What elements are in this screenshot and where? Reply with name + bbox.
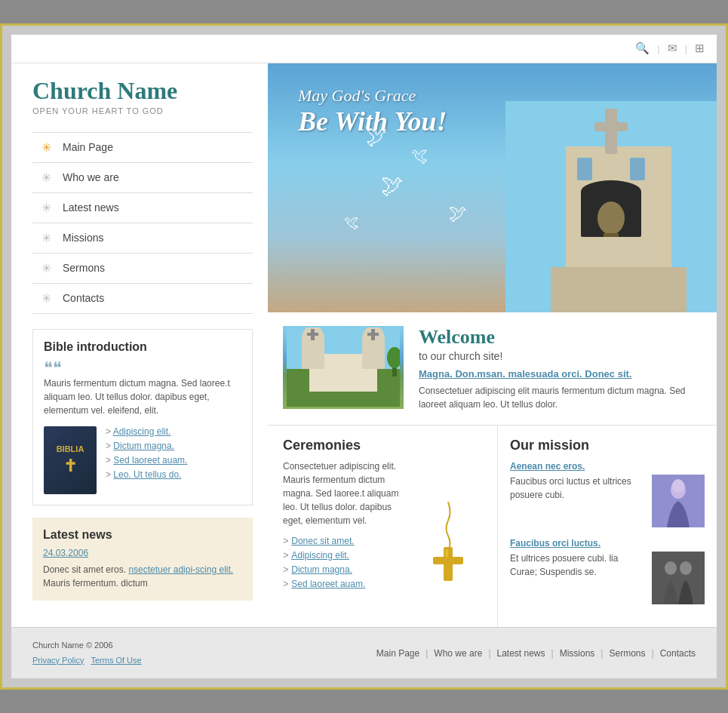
mission-link-2[interactable]: Faucibus orci luctus. — [510, 538, 705, 549]
hero-banner: May God's Grace Be With You! 🕊 🕊 🕊 🕊 🕊 — [268, 63, 717, 312]
svg-rect-8 — [551, 267, 687, 312]
nav-label-who-we-are: Who we are — [63, 171, 119, 183]
nav-label-missions: Missions — [63, 232, 103, 244]
welcome-body: Consectetuer adipiscing elit mauris ferm… — [419, 384, 702, 411]
svg-point-31 — [665, 561, 677, 575]
nav-star-icon-6: ✳ — [38, 291, 54, 306]
svg-rect-26 — [445, 549, 448, 557]
nav-star-icon-4: ✳ — [38, 231, 54, 245]
nav-star-icon-2: ✳ — [38, 171, 54, 185]
footer-nav-missions[interactable]: Missions — [560, 648, 595, 659]
latest-news-title: Latest news — [43, 528, 242, 542]
nav-star-icon-3: ✳ — [38, 201, 54, 215]
footer-nav-main-page[interactable]: Main Page — [376, 648, 419, 659]
content-area: May God's Grace Be With You! 🕊 🕊 🕊 🕊 🕊 — [268, 63, 717, 627]
footer-copyright: Church Name © 2006 — [32, 638, 142, 653]
privacy-policy-link[interactable]: Privacy Policy — [32, 656, 84, 665]
terms-of-use-link[interactable]: Terms Of Use — [91, 656, 141, 665]
bible-book-image: BIBLIA ✝ — [44, 426, 97, 494]
bible-link-1[interactable]: Adipiscing elit. — [106, 426, 187, 437]
sidebar: Church Name OPEN YOUR HEART TO GOD ✳ Mai… — [11, 63, 268, 627]
mission-text-1: Faucibus orci luctus et ultrices posuere… — [510, 475, 644, 527]
bible-cross-icon: ✝ — [63, 456, 77, 476]
nav-item-contacts[interactable]: ✳ Contacts — [32, 284, 253, 314]
nav-label-main-page: Main Page — [63, 141, 113, 153]
svg-point-3 — [581, 180, 641, 203]
footer-nav-latest-news[interactable]: Latest news — [497, 648, 545, 659]
mission-item-2-inner: Et ultrices posuere cubi. lia Curae; Sus… — [510, 552, 705, 604]
bible-links-list: Adipiscing elit. Dictum magna. Sed laore… — [106, 426, 187, 484]
top-bar: 🔍 | ✉ | ⊞ — [11, 35, 717, 63]
svg-rect-5 — [594, 122, 628, 131]
svg-rect-7 — [604, 233, 619, 237]
nav-menu: ✳ Main Page ✳ Who we are ✳ Latest news ✳… — [32, 132, 253, 314]
mission-thumb-1 — [652, 475, 705, 527]
nav-item-latest-news[interactable]: ✳ Latest news — [32, 193, 253, 223]
bible-intro-text: Mauris fermentum dictum magna. Sed laore… — [44, 376, 241, 417]
dove-icon-1: 🕊 — [366, 124, 387, 149]
search-icon[interactable]: 🔍 — [635, 41, 650, 55]
footer-sep-3: | — [551, 648, 554, 659]
mail-icon[interactable]: ✉ — [668, 41, 677, 55]
bible-book-title: BIBLIA — [57, 444, 84, 453]
dove-icon-3: 🕊 — [381, 173, 404, 198]
footer-nav-who-we-are[interactable]: Who we are — [434, 648, 482, 659]
grid-icon[interactable]: ⊞ — [695, 41, 705, 55]
ceremonies-link-1[interactable]: Donec sit amet. — [283, 535, 405, 546]
svg-rect-19 — [307, 333, 318, 336]
ceremonies-link-3[interactable]: Dictum magna. — [283, 564, 405, 575]
dove-icon-2: 🕊 — [411, 146, 428, 166]
footer-nav-contacts[interactable]: Contacts — [660, 648, 696, 659]
ceremonies-section: Ceremonies Consectetuer adipiscing elit.… — [268, 426, 498, 627]
bible-link-3[interactable]: Sed laoreet auam. — [106, 455, 187, 466]
bible-link-2[interactable]: Dictum magna. — [106, 441, 187, 451]
nav-item-who-we-are[interactable]: ✳ Who we are — [32, 163, 253, 193]
mission-text-2: Et ultrices posuere cubi. lia Curae; Sus… — [510, 552, 644, 604]
church-thumbnail — [283, 326, 404, 409]
cross-pendant-svg — [418, 502, 478, 585]
bible-intro-title: Bible introduction — [44, 340, 241, 354]
svg-point-32 — [680, 561, 692, 575]
logo-area: Church Name OPEN YOUR HEART TO GOD — [32, 77, 253, 132]
nav-item-main-page[interactable]: ✳ Main Page — [32, 133, 253, 163]
mission-item-1: Aenean nec eros. Faucibus orci luctus et… — [510, 461, 705, 527]
news-date-link[interactable]: 24.03.2006 — [43, 548, 242, 558]
dove-icon-5: 🕊 — [343, 214, 358, 232]
ceremonies-text: Consectetuer adipiscing elit. Mauris fer… — [283, 459, 405, 592]
footer-sep-1: | — [425, 648, 428, 659]
svg-rect-30 — [652, 552, 705, 604]
nav-item-sermons[interactable]: ✳ Sermons — [32, 254, 253, 284]
welcome-link[interactable]: Magna. Don.msan. malesuada orci. Donec s… — [419, 368, 702, 380]
nav-item-missions[interactable]: ✳ Missions — [32, 223, 253, 254]
footer-nav-sermons[interactable]: Sermons — [609, 648, 645, 659]
welcome-text-area: Welcome to our church site! Magna. Don.m… — [419, 326, 702, 411]
svg-point-29 — [672, 479, 684, 493]
church-thumb-svg — [287, 327, 400, 407]
footer-left: Church Name © 2006 Privacy Policy Terms … — [32, 638, 142, 668]
bible-link-4[interactable]: Leo. Ut tellus do. — [106, 469, 187, 480]
mission-item-1-inner: Faucibus orci luctus et ultrices posuere… — [510, 475, 705, 527]
ceremonies-link-2[interactable]: Adipiscing elit. — [283, 549, 405, 561]
news-body-text: Donec sit amet eros. nsectetuer adipi-sc… — [43, 563, 242, 590]
footer: Church Name © 2006 Privacy Policy Terms … — [11, 627, 717, 679]
ceremonies-layout: Consectetuer adipiscing elit. Mauris fer… — [283, 459, 482, 592]
main-layout: Church Name OPEN YOUR HEART TO GOD ✳ Mai… — [11, 63, 717, 627]
page-wrapper: 🔍 | ✉ | ⊞ Church Name OPEN YOUR HEART TO… — [11, 35, 717, 679]
svg-rect-9 — [577, 158, 592, 180]
church-tagline: OPEN YOUR HEART TO GOD — [32, 106, 253, 115]
divider1: | — [657, 43, 659, 54]
nav-label-latest-news: Latest news — [63, 201, 119, 214]
mission-link-1[interactable]: Aenean nec eros. — [510, 461, 705, 472]
news-link[interactable]: nsectetuer adipi-scing elit. — [128, 564, 233, 575]
ceremonies-link-4[interactable]: Sed laoreet auam. — [283, 578, 405, 589]
footer-sep-5: | — [652, 648, 654, 659]
nav-label-sermons: Sermons — [63, 262, 105, 274]
dove-icon-4: 🕊 — [449, 203, 467, 224]
divider2: | — [685, 43, 687, 54]
second-row: Welcome to our church site! Magna. Don.m… — [268, 312, 717, 426]
welcome-subtitle: to our church site! — [419, 350, 702, 362]
bible-bottom: BIBLIA ✝ Adipiscing elit. Dictum magna. … — [44, 426, 241, 494]
footer-sep-4: | — [601, 648, 603, 659]
bible-intro-section: Bible introduction ❝❝ Mauris fermentum d… — [32, 329, 253, 506]
cross-pendant-image — [414, 459, 482, 592]
